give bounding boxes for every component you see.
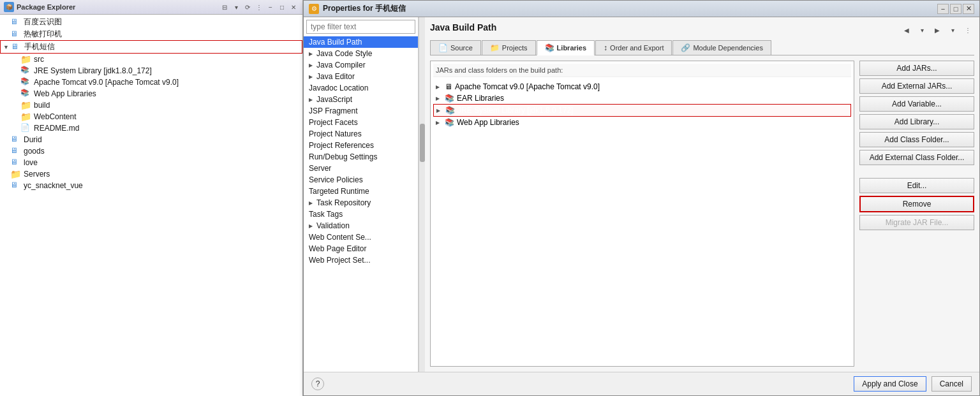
tree-item-jre[interactable]: 📚 JRE System Library [jdk1.8.0_172] <box>0 65 302 77</box>
minimize-icon[interactable]: − <box>265 2 276 12</box>
tree-icon-thermal: 🖥 <box>10 29 22 40</box>
tree-item-readme[interactable]: 📄 README.md <box>0 122 302 134</box>
tree-item-webcontent[interactable]: 📁 WebContent <box>0 111 302 122</box>
nav-dropdown-icon[interactable]: ▾ <box>916 24 928 36</box>
tree-label-jre: JRE System Library [jdk1.8.0_172] <box>34 66 152 75</box>
tree-label-tomcat: Apache Tomcat v9.0 [Apache Tomcat v9.0] <box>34 78 179 87</box>
tree-icon-build: 📁 <box>20 100 32 110</box>
cancel-button[interactable]: Cancel <box>932 376 972 392</box>
help-icon[interactable]: ? <box>311 378 324 390</box>
tab-order-export[interactable]: ↕Order and Export <box>595 40 672 55</box>
lib-item-tomcat-lib[interactable]: ▶ 🖥 Apache Tomcat v9.0 [Apache Tomcat v9… <box>433 81 851 92</box>
tab-source[interactable]: 📄Source <box>430 40 481 55</box>
tree-item-baidu[interactable]: 🖥 百度云识图 <box>0 16 302 28</box>
nav-item-validation[interactable]: Validation <box>304 220 418 231</box>
nav-item-web-page-editor[interactable]: Web Page Editor <box>304 243 418 254</box>
nav-item-java-editor[interactable]: Java Editor <box>304 71 418 82</box>
nav-more-icon[interactable]: ⋮ <box>961 24 974 36</box>
tree-item-build[interactable]: 📁 build <box>0 99 302 111</box>
tree-label-vue: yc_snacknet_vue <box>24 181 83 190</box>
nav-item-project-natures[interactable]: Project Natures <box>304 128 418 140</box>
tab-icon-source: 📄 <box>438 43 448 52</box>
nav-item-project-facets[interactable]: Project Facets <box>304 117 418 128</box>
tab-projects[interactable]: 📁Projects <box>482 40 536 55</box>
win-close-icon[interactable]: ✕ <box>963 4 974 14</box>
tab-icon-libraries: 📚 <box>545 43 554 52</box>
nav-back-icon[interactable]: ◀ <box>900 24 913 36</box>
tree-item-mobile[interactable]: ▼ 🖥 手机短信 <box>0 40 302 54</box>
build-path-description: JARs and class folders on the build path… <box>433 64 851 77</box>
apply-and-close-button[interactable]: Apply and Close <box>854 376 926 392</box>
nav-item-web-project-settings[interactable]: Web Project Set... <box>304 254 418 266</box>
win-maximize-icon[interactable]: □ <box>950 4 961 14</box>
tab-label-projects: Projects <box>502 44 528 52</box>
sync-icon[interactable]: ⟳ <box>242 2 253 12</box>
dialog-bottom-bar: ? Apply and Close Cancel <box>304 372 979 395</box>
tree-item-durid[interactable]: 🖥 Durid <box>0 134 302 145</box>
nav-item-jsp-fragment[interactable]: JSP Fragment <box>304 105 418 117</box>
lib-item-ear-lib[interactable]: ▶ 📚 EAR Libraries <box>433 92 851 104</box>
button-separator <box>859 170 974 173</box>
tree-label-baidu: 百度云识图 <box>24 17 62 27</box>
lib-label-ear-lib: EAR Libraries <box>457 94 504 103</box>
lib-item-webapp-lib[interactable]: ▶ 📚 Web App Libraries <box>433 117 851 128</box>
edit-button[interactable]: Edit... <box>859 178 974 193</box>
options-icon[interactable]: ⋮ <box>254 2 264 12</box>
tree-item-tomcat[interactable]: 📚 Apache Tomcat v9.0 [Apache Tomcat v9.0… <box>0 77 302 88</box>
lib-arrow-jre-lib: ▶ <box>436 108 443 114</box>
add-external-jars-button[interactable]: Add External JARs... <box>859 78 974 94</box>
nav-forward-dropdown-icon[interactable]: ▾ <box>946 24 959 36</box>
add-library-button[interactable]: Add Library... <box>859 114 974 129</box>
nav-item-server[interactable]: Server <box>304 163 418 174</box>
tree-item-vue[interactable]: 🖥 yc_snacknet_vue <box>0 180 302 191</box>
lib-item-jre-lib[interactable]: ▶ 📚 JRE System Library [jdk1.8.0 172] <box>433 104 851 117</box>
minimize-view-icon[interactable]: ⊟ <box>219 2 230 12</box>
tree-label-thermal: 热敏打印机 <box>24 29 62 40</box>
tree-container: 🖥 百度云识图 🖥 热敏打印机 ▼ 🖥 手机短信 📁 src 📚 JRE Sys… <box>0 15 302 396</box>
tree-item-servers[interactable]: 📁 Servers <box>0 168 302 180</box>
nav-item-targeted-runtime[interactable]: Targeted Runtime <box>304 186 418 197</box>
nav-item-task-repository[interactable]: Task Repository <box>304 197 418 209</box>
nav-item-task-tags[interactable]: Task Tags <box>304 209 418 220</box>
dialog-titlebar: ⚙ Properties for 手机短信 − □ ✕ <box>304 1 979 17</box>
tree-item-webapp-libs[interactable]: 📚 Web App Libraries <box>0 88 302 99</box>
win-minimize-icon[interactable]: − <box>937 4 949 14</box>
add-class-folder-button[interactable]: Add Class Folder... <box>859 132 974 147</box>
filter-input[interactable] <box>306 20 415 34</box>
tree-item-goods[interactable]: 🖥 goods <box>0 145 302 157</box>
nav-item-project-references[interactable]: Project References <box>304 140 418 151</box>
tree-icon-love: 🖥 <box>10 158 22 168</box>
left-nav-panel: Java Build PathJava Code StyleJava Compi… <box>304 17 419 372</box>
nav-scrollbar[interactable] <box>419 17 425 372</box>
close-view-icon[interactable]: ✕ <box>288 2 299 12</box>
tree-arrow-mobile: ▼ <box>3 44 11 50</box>
nav-item-javascript[interactable]: JavaScript <box>304 94 418 105</box>
tab-libraries[interactable]: 📚Libraries <box>537 40 595 55</box>
package-explorer-titlebar: 📦 Package Explorer ⊟ ▾ ⟳ ⋮ − □ ✕ <box>0 0 302 15</box>
tree-item-thermal[interactable]: 🖥 热敏打印机 <box>0 28 302 40</box>
nav-item-java-build-path[interactable]: Java Build Path <box>304 36 418 48</box>
tree-label-love: love <box>24 158 38 167</box>
nav-item-run-debug[interactable]: Run/Debug Settings <box>304 151 418 163</box>
lib-label-jre-lib: JRE System Library [jdk1.8.0 172] <box>457 106 573 115</box>
nav-item-web-content-settings[interactable]: Web Content Se... <box>304 231 418 243</box>
tree-label-goods: goods <box>24 147 45 156</box>
add-variable-button[interactable]: Add Variable... <box>859 96 974 112</box>
tree-label-mobile: 手机短信 <box>24 41 55 52</box>
nav-item-java-code-style[interactable]: Java Code Style <box>304 48 418 59</box>
nav-item-java-compiler[interactable]: Java Compiler <box>304 59 418 71</box>
package-explorer-icon: 📦 <box>4 2 14 12</box>
nav-item-service-policies[interactable]: Service Policies <box>304 174 418 186</box>
add-external-class-folder-button[interactable]: Add External Class Folder... <box>859 150 974 165</box>
tree-icon-goods: 🖥 <box>10 146 22 156</box>
tab-icon-projects: 📁 <box>490 43 500 52</box>
nav-item-javadoc-location[interactable]: Javadoc Location <box>304 82 418 94</box>
maximize-icon[interactable]: □ <box>277 2 287 12</box>
tree-item-love[interactable]: 🖥 love <box>0 157 302 168</box>
view-menu-icon[interactable]: ▾ <box>231 2 241 12</box>
add-jars-button[interactable]: Add JARs... <box>859 61 974 76</box>
tree-item-src[interactable]: 📁 src <box>0 54 302 65</box>
tab-module-dependencies[interactable]: 🔗Module Dependencies <box>672 40 771 55</box>
remove-button[interactable]: Remove <box>859 196 974 212</box>
nav-forward-icon[interactable]: ▶ <box>931 24 944 36</box>
